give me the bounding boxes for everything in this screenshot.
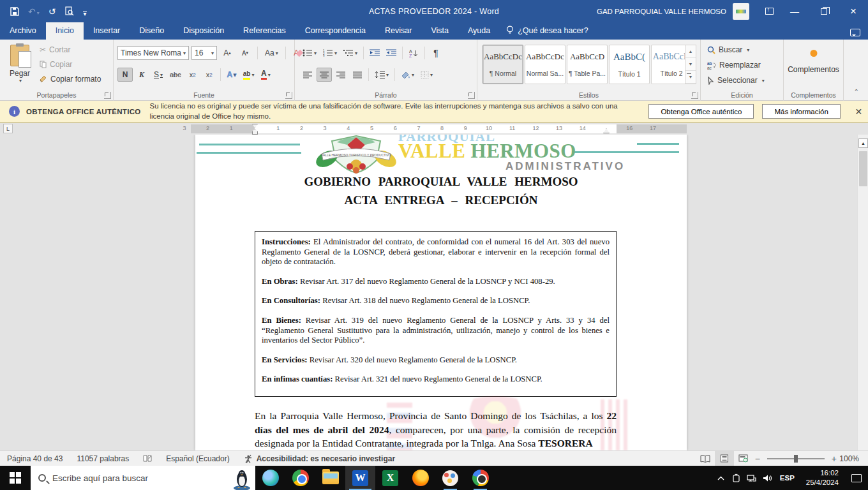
- scroll-up-icon[interactable]: ▲: [858, 138, 868, 148]
- tell-me-box[interactable]: ¿Qué desea hacer?: [500, 22, 595, 40]
- accessibility-status[interactable]: Accesibilidad: es necesario investigar: [237, 454, 402, 463]
- style--table-pa-[interactable]: AaBbCcD¶ Table Pa...: [567, 45, 608, 84]
- tab-revisar[interactable]: Revisar: [375, 22, 421, 40]
- read-mode-icon[interactable]: [696, 451, 715, 466]
- style--normal[interactable]: AaBbCcDc¶ Normal: [483, 45, 523, 84]
- line-spacing-icon[interactable]: ▾: [372, 68, 391, 82]
- taskbar-app-firefox[interactable]: [405, 466, 435, 490]
- license-bar-close-icon[interactable]: ✕: [849, 107, 868, 117]
- styles-scroll-down-icon[interactable]: ▼: [685, 58, 696, 71]
- feedback-icon[interactable]: [850, 29, 860, 36]
- text-effects-icon[interactable]: A▾: [224, 68, 239, 82]
- strikethrough-icon[interactable]: abc: [167, 68, 184, 82]
- style-t-tulo-1[interactable]: AaBbC(Título 1: [609, 45, 650, 84]
- font-size-combo[interactable]: 16▾: [191, 46, 217, 60]
- align-center-icon[interactable]: [317, 68, 332, 82]
- tab-correspondencia[interactable]: Correspondencia: [296, 22, 375, 40]
- zoom-slider-thumb[interactable]: [794, 455, 798, 463]
- tab-inicio[interactable]: Inicio: [46, 22, 84, 40]
- replace-button[interactable]: abac Reemplazar: [707, 61, 761, 70]
- clipboard-dialog-launcher-icon[interactable]: [104, 92, 111, 99]
- subscript-icon[interactable]: x2: [185, 68, 200, 82]
- word-count[interactable]: 11057 palabras: [70, 454, 136, 463]
- tab-insertar[interactable]: Insertar: [84, 22, 130, 40]
- taskbar-app-chrome-profile[interactable]: [465, 466, 495, 490]
- numbering-icon[interactable]: 123▾: [320, 46, 340, 60]
- zoom-in-icon[interactable]: +: [830, 454, 839, 464]
- format-painter-button[interactable]: Copiar formato: [40, 75, 101, 84]
- font-dialog-launcher-icon[interactable]: [285, 92, 292, 99]
- tab-vista[interactable]: Vista: [421, 22, 458, 40]
- taskbar-search-box[interactable]: Escribe aquí para buscar: [31, 466, 255, 490]
- show-paragraph-marks-icon[interactable]: ¶: [428, 46, 444, 60]
- taskbar-app-chrome[interactable]: [285, 466, 315, 490]
- volume-icon[interactable]: [760, 466, 775, 490]
- minimize-button[interactable]: —: [780, 0, 809, 22]
- tab-ayuda[interactable]: Ayuda: [458, 22, 500, 40]
- styles-dialog-launcher-icon[interactable]: [691, 92, 698, 99]
- justify-icon[interactable]: [350, 68, 365, 82]
- print-layout-icon[interactable]: [715, 451, 734, 466]
- taskbar-app-file-explorer[interactable]: [315, 466, 345, 490]
- restore-button[interactable]: [809, 0, 839, 22]
- shrink-font-icon[interactable]: A▾: [237, 46, 253, 60]
- increase-indent-icon[interactable]: [384, 46, 399, 60]
- collapse-ribbon-icon[interactable]: ⌃: [854, 88, 859, 95]
- web-layout-icon[interactable]: [734, 451, 753, 466]
- change-case-icon[interactable]: Aa▾: [262, 46, 281, 60]
- proofing-icon[interactable]: [136, 454, 159, 463]
- language-indicator[interactable]: Español (Ecuador): [159, 454, 236, 463]
- styles-scroll-up-icon[interactable]: ▲: [685, 45, 696, 58]
- taskbar-app-excel[interactable]: X: [375, 466, 405, 490]
- paste-button[interactable]: Pegar ▾: [5, 43, 34, 89]
- styles-gallery-scrollbar[interactable]: ▲ ▼ ▼: [685, 45, 696, 84]
- taskbar-app-paint[interactable]: [435, 466, 465, 490]
- italic-button[interactable]: K: [134, 68, 149, 82]
- find-button[interactable]: Buscar▾: [707, 45, 749, 54]
- paste-dropdown-icon[interactable]: ▾: [6, 78, 34, 84]
- addins-button[interactable]: Complementos: [784, 65, 843, 74]
- tab-archivo[interactable]: Archivo: [0, 22, 46, 40]
- styles-gallery-more-icon[interactable]: ▼: [685, 71, 696, 84]
- superscript-icon[interactable]: x2: [202, 68, 217, 82]
- penguin-search-highlight[interactable]: [232, 468, 251, 490]
- underline-button[interactable]: S▾: [151, 68, 166, 82]
- document-page[interactable]: VALLE HERMOSO TURISTICO Y PRODUCTIVO PAR…: [195, 135, 687, 450]
- network-icon[interactable]: [744, 466, 760, 490]
- zoom-out-icon[interactable]: −: [753, 454, 762, 464]
- account-name[interactable]: GAD PARROQUIAL VALLE HERMOSO: [597, 8, 726, 15]
- font-name-combo[interactable]: Times New Roma▾: [117, 46, 189, 60]
- shading-icon[interactable]: ▾: [398, 68, 417, 82]
- close-button[interactable]: ×: [839, 0, 868, 22]
- learn-more-button[interactable]: Más información: [762, 104, 840, 119]
- taskbar-app-edge[interactable]: [255, 466, 285, 490]
- bold-button[interactable]: N: [117, 68, 133, 82]
- bullets-icon[interactable]: ▾: [300, 46, 319, 60]
- tablet-device-icon[interactable]: [729, 466, 744, 490]
- copy-button[interactable]: Copiar: [40, 60, 72, 69]
- tab-referencias[interactable]: Referencias: [234, 22, 296, 40]
- paragraph-dialog-launcher-icon[interactable]: [468, 92, 475, 99]
- get-genuine-office-button[interactable]: Obtenga Office auténtico: [648, 104, 754, 119]
- language-tray-indicator[interactable]: ESP: [775, 474, 800, 482]
- action-center-icon[interactable]: [845, 466, 868, 490]
- zoom-slider[interactable]: [767, 458, 825, 459]
- start-button[interactable]: [0, 466, 31, 490]
- tray-clock[interactable]: 16:02 25/4/2024: [800, 468, 845, 487]
- select-button[interactable]: Seleccionar▾: [707, 76, 765, 85]
- grow-font-icon[interactable]: A▴: [220, 46, 235, 60]
- tray-chevron-icon[interactable]: [714, 466, 729, 490]
- tab-selector[interactable]: L: [3, 124, 13, 133]
- borders-icon[interactable]: ▾: [418, 68, 435, 82]
- align-right-icon[interactable]: [333, 68, 348, 82]
- scrollbar-thumb[interactable]: [859, 151, 867, 186]
- horizontal-ruler[interactable]: 32112345678910111213141617: [191, 124, 687, 133]
- ribbon-display-options-icon[interactable]: [758, 0, 780, 22]
- highlight-color-icon[interactable]: ab▾: [241, 68, 257, 82]
- decrease-indent-icon[interactable]: [367, 46, 382, 60]
- taskbar-app-word[interactable]: W: [345, 466, 375, 490]
- cut-button[interactable]: ✂Cortar: [40, 45, 70, 54]
- tab-disposicin[interactable]: Disposición: [174, 22, 234, 40]
- vertical-scrollbar[interactable]: ▲: [857, 135, 868, 450]
- account-avatar[interactable]: [733, 3, 749, 20]
